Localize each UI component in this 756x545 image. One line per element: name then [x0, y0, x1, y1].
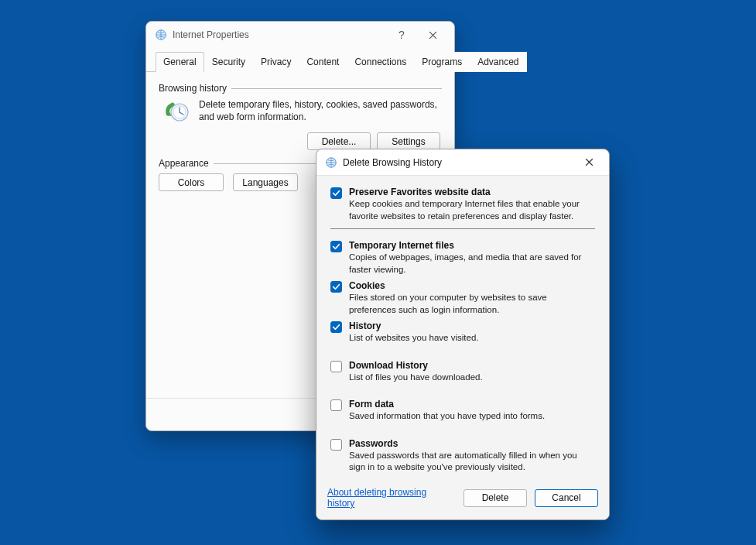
internet-options-icon: [324, 156, 338, 170]
internet-options-icon: [154, 28, 168, 42]
props-title: Internet Properties: [173, 29, 249, 40]
temp-files-checkbox[interactable]: [330, 241, 342, 252]
history-checkbox[interactable]: [330, 321, 342, 333]
download-history-desc: List of files you have downloaded.: [349, 372, 483, 384]
form-data-label: Form data: [349, 399, 545, 410]
browsing-history-text: Delete temporary files, history, cookies…: [199, 98, 442, 126]
form-data-row: Form data Saved information that you hav…: [330, 399, 595, 423]
help-button[interactable]: ?: [386, 23, 417, 46]
cookies-desc: Files stored on your computer by website…: [349, 292, 595, 316]
cookies-checkbox[interactable]: [330, 281, 342, 293]
download-history-checkbox[interactable]: [330, 361, 342, 372]
tab-general[interactable]: General: [156, 52, 204, 72]
download-history-label: Download History: [349, 360, 483, 371]
props-close-button[interactable]: [417, 23, 448, 46]
dbh-delete-button[interactable]: Delete: [464, 489, 527, 507]
preserve-favorites-checkbox[interactable]: [330, 187, 342, 199]
appearance-label: Appearance: [159, 158, 214, 169]
history-clock-icon: [163, 98, 191, 126]
tab-privacy[interactable]: Privacy: [253, 52, 299, 72]
temp-files-label: Temporary Internet files: [349, 240, 595, 251]
tab-advanced[interactable]: Advanced: [470, 52, 526, 72]
colors-button[interactable]: Colors: [159, 173, 224, 191]
preserve-favorites-row: Preserve Favorites website data Keep coo…: [330, 187, 595, 222]
preserve-favorites-desc: Keep cookies and temporary Internet file…: [349, 198, 595, 222]
tab-content[interactable]: Content: [299, 52, 347, 72]
delete-history-button[interactable]: Delete...: [307, 132, 371, 150]
dbh-titlebar[interactable]: Delete Browsing History: [316, 149, 609, 176]
browsing-history-header: Browsing history: [159, 83, 442, 94]
tab-connections[interactable]: Connections: [347, 52, 414, 72]
dbh-close-button[interactable]: [573, 152, 604, 173]
history-row: History List of websites you have visite…: [330, 320, 595, 344]
dbh-cancel-button[interactable]: Cancel: [535, 489, 598, 507]
history-desc: List of websites you have visited.: [349, 332, 478, 344]
languages-button[interactable]: Languages: [233, 173, 298, 191]
history-label: History: [349, 320, 478, 331]
temp-files-desc: Copies of webpages, images, and media th…: [349, 252, 595, 276]
temp-files-row: Temporary Internet files Copies of webpa…: [330, 240, 595, 276]
form-data-checkbox[interactable]: [330, 399, 342, 411]
passwords-checkbox[interactable]: [330, 439, 342, 451]
history-settings-button[interactable]: Settings: [377, 132, 440, 150]
form-data-desc: Saved information that you have typed in…: [349, 410, 545, 423]
preserve-favorites-label: Preserve Favorites website data: [349, 187, 595, 197]
props-titlebar[interactable]: Internet Properties ?: [146, 22, 454, 48]
dbh-body: Preserve Favorites website data Keep coo…: [316, 176, 609, 481]
dbh-title: Delete Browsing History: [343, 157, 442, 168]
cookies-row: Cookies Files stored on your computer by…: [330, 280, 595, 316]
tab-programs[interactable]: Programs: [414, 52, 470, 72]
props-tabs: General Security Privacy Content Connect…: [146, 48, 454, 72]
delete-browsing-history-dialog: Delete Browsing History Preserve Favorit…: [316, 149, 610, 520]
dbh-footer: About deleting browsing history Delete C…: [316, 481, 609, 519]
about-deleting-link[interactable]: About deleting browsing history: [327, 487, 448, 509]
download-history-row: Download History List of files you have …: [330, 360, 595, 384]
tab-security[interactable]: Security: [204, 52, 253, 72]
dbh-divider: [330, 228, 595, 229]
browsing-history-label: Browsing history: [159, 83, 231, 94]
passwords-desc: Saved passwords that are automatically f…: [349, 450, 595, 474]
passwords-row: Passwords Saved passwords that are autom…: [330, 438, 595, 474]
cookies-label: Cookies: [349, 280, 595, 291]
passwords-label: Passwords: [349, 438, 595, 449]
